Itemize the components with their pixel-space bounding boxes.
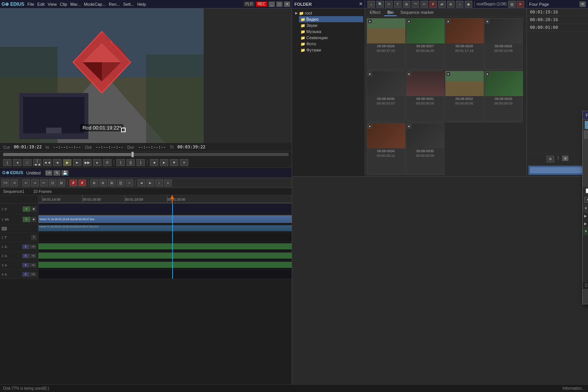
tl-snap[interactable]: |‖ — [117, 179, 125, 186]
tl-add-track[interactable]: +V — [2, 179, 9, 186]
menu-settings[interactable]: Sett... — [123, 2, 134, 7]
media-clip-btn[interactable]: ✂ — [385, 1, 393, 8]
kf-prev-btn[interactable]: ◄ — [584, 197, 588, 203]
mark-out-btn[interactable]: } — [136, 159, 145, 166]
thumb-0032[interactable]: ■ 09.08-0032 00:00:00:00 — [445, 71, 483, 123]
menu-edit[interactable]: Edit — [37, 2, 45, 7]
audio-clip-2a[interactable] — [38, 252, 292, 259]
mark-in-btn[interactable]: { — [3, 159, 12, 166]
media-replace-btn[interactable]: ⇄ — [438, 1, 446, 8]
info-close2-btn[interactable]: ✕ — [562, 156, 568, 161]
thumb-0035[interactable]: ■ 09.08-0035 00:00:00:00 — [406, 123, 444, 175]
tl-zoom-in[interactable]: ◄ — [138, 179, 145, 186]
thumb-0029[interactable]: ■ 09.08-0029 00:00:15:09 — [484, 18, 523, 70]
tl-delete[interactable]: ✗ — [70, 179, 77, 186]
tab-bin[interactable]: Bin — [384, 9, 397, 16]
info-gear-btn[interactable]: ⚙ — [546, 156, 554, 163]
mark-btn[interactable]: {} — [126, 159, 135, 166]
tl-ripple[interactable]: ≈ — [126, 179, 133, 186]
media-color-btn[interactable]: ◉ — [465, 1, 472, 8]
tl-undo[interactable]: ↩ — [22, 179, 30, 186]
tl-link[interactable]: ⊕ — [90, 179, 98, 186]
tl-group[interactable]: ⊞ — [108, 179, 116, 186]
thumb-0031[interactable]: ■ 09.08-0031 00:00:00:00 — [406, 71, 444, 123]
media-view-btn[interactable]: ▤ — [508, 1, 516, 8]
media-audio-btn[interactable]: ♪ — [456, 1, 463, 8]
mark-in-btn2[interactable]: { — [116, 159, 125, 166]
audio-clip-3a[interactable] — [38, 262, 292, 268]
menu-render[interactable]: Ren... — [109, 2, 120, 7]
tl-del-track[interactable]: -V — [10, 179, 18, 186]
tl-paste[interactable]: ⊞ — [58, 179, 65, 186]
media-search-btn[interactable]: 🔍 — [376, 1, 384, 8]
folder-video[interactable]: 📁 Видео — [299, 16, 363, 22]
folder-close-btn[interactable]: ✕ — [359, 2, 362, 7]
media-home-btn[interactable]: ⌂ — [367, 1, 375, 8]
thumb-0026[interactable]: ■ 09.08-0026 00:00:37:23 — [367, 18, 405, 70]
next-btn[interactable]: ► — [73, 159, 81, 166]
menu-modecap[interactable]: ModeCap... — [84, 2, 106, 7]
thumb-0028[interactable]: ■ 09.08-0028 00:01:17:19 — [445, 18, 483, 70]
audio-clip-1a[interactable] — [38, 243, 292, 249]
progress-thumb[interactable] — [131, 152, 134, 157]
extra-btn[interactable]: ◄ — [150, 159, 158, 166]
play-btn[interactable]: ▶ — [63, 159, 71, 166]
info-close-btn[interactable]: ✕ — [580, 2, 586, 7]
kf-radius-collapse[interactable]: ▶ — [584, 222, 587, 226]
tl-delete2[interactable]: ✗ — [78, 179, 86, 186]
tl-zoom-out[interactable]: ► — [146, 179, 154, 186]
folder-root[interactable]: ▶ 📁 root — [294, 10, 363, 16]
clip-1va-bottom[interactable]: mirror TL [In:00:01:19:16 Out:00:02:45:0… — [38, 225, 292, 231]
kf-angle-collapse[interactable]: ▶ — [584, 214, 587, 218]
folder-footage[interactable]: 📁 Футажи — [299, 47, 363, 53]
btn5[interactable]: ◄◄ — [43, 159, 51, 166]
media-close-btn[interactable]: ✕ — [517, 1, 524, 8]
menu-help[interactable]: Help — [137, 2, 146, 7]
menu-clip[interactable]: Clip — [60, 2, 67, 7]
enable-keyframe-checkbox[interactable] — [586, 188, 588, 193]
close-button[interactable]: ✕ — [284, 2, 290, 7]
thumb-0034[interactable]: ■ 09.08-0034 00:00:26:12 — [367, 123, 405, 175]
tl-new-btn[interactable]: □+ — [45, 170, 52, 176]
fwd-btn[interactable]: ▶▶ — [83, 159, 91, 166]
info-selected-item[interactable] — [528, 166, 586, 175]
thumb-0027[interactable]: ■ 09.08-0027 00:00:04:20 — [406, 18, 444, 70]
dialog-tab-parameter[interactable]: Parameter — [584, 131, 588, 139]
menu-view[interactable]: View — [48, 2, 57, 7]
btn4[interactable]: |◄◄ — [33, 159, 42, 166]
tl-fit[interactable]: ↕ — [155, 179, 163, 186]
prev-frame-btn[interactable]: ◂ — [13, 159, 22, 166]
media-link-btn[interactable]: ⊕ — [447, 1, 455, 8]
dialog-paint-btn[interactable]: 🖌 — [585, 121, 588, 129]
folder-photo[interactable]: 📁 Фото — [299, 41, 363, 47]
extra-btn3[interactable]: ▼ — [170, 159, 178, 166]
btn3[interactable]: □ — [23, 159, 32, 166]
menu-marker[interactable]: Mar... — [70, 2, 81, 7]
maximize-button[interactable]: □ — [276, 2, 282, 7]
folder-music[interactable]: 📁 Музыка — [299, 28, 363, 35]
tl-cut[interactable]: ✂ — [40, 179, 48, 186]
media-del-btn[interactable]: ✗ — [429, 1, 437, 8]
tl-save-btn[interactable]: 💾 — [61, 170, 68, 176]
extra-btn4[interactable]: ≡ — [180, 159, 188, 166]
tab-sequence-marker[interactable]: Sequence marker — [397, 9, 437, 16]
media-extra-btn[interactable]: ⊞ — [403, 1, 410, 8]
folder-seq[interactable]: 📁 Секвенции — [299, 35, 363, 41]
prev-btn[interactable]: ◄ — [53, 159, 61, 166]
folder-sounds[interactable]: 📁 Звуки — [299, 22, 363, 28]
menu-bar[interactable]: File Edit View Clip Mar... ModeCap... Re… — [27, 2, 146, 7]
kf-progress-collapse[interactable]: ▼ — [584, 229, 588, 233]
loop-btn[interactable]: ↺ — [103, 159, 111, 166]
thumb-0033[interactable]: ■ 09.08-0033 00:00:00:00 — [484, 71, 523, 123]
progress-bar-area[interactable] — [0, 151, 292, 158]
menu-file[interactable]: File — [27, 2, 34, 7]
media-wave-btn[interactable]: 〜 — [412, 1, 419, 8]
tl-more[interactable]: ≡ — [164, 179, 172, 186]
media-text-btn[interactable]: T — [394, 1, 402, 8]
clip-1va-top[interactable]: mirror TL [In:00:01:19:16 Out:00:02:45:0… — [38, 215, 292, 223]
tl-unlink[interactable]: ⊗ — [99, 179, 107, 186]
media-cut-btn[interactable]: ✂ — [420, 1, 428, 8]
next-frame-btn[interactable]: ▸ — [93, 159, 101, 166]
kf-section-collapse[interactable]: ▼ — [584, 206, 588, 210]
tab-effect[interactable]: Effect — [367, 9, 384, 16]
